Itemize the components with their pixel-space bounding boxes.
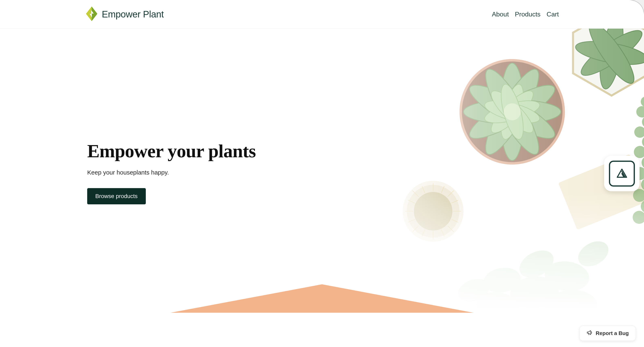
svg-point-18 [574,37,644,69]
svg-point-43 [642,136,644,148]
svg-line-32 [422,229,425,236]
svg-point-47 [641,178,644,191]
brand[interactable]: Empower Plant [85,6,164,22]
succulent-corner-icon [563,29,644,102]
svg-point-42 [634,126,644,138]
cactus-icon [401,179,466,244]
svg-point-58 [574,236,613,271]
svg-point-17 [576,29,644,82]
svg-line-37 [408,200,415,203]
svg-point-57 [544,288,598,313]
hero-subtitle: Keep your houseplants happy. [87,169,256,176]
svg-point-22 [414,192,452,230]
svg-point-54 [509,274,560,311]
svg-point-7 [477,64,547,160]
nav-link-about[interactable]: About [492,11,509,18]
hero-title: Empower your plants [87,140,256,162]
svg-point-1 [462,62,562,162]
svg-point-20 [403,181,464,242]
svg-line-34 [451,200,458,203]
svg-line-28 [448,226,454,232]
svg-point-52 [482,265,522,295]
hero-content: Empower your plants Keep your houseplant… [87,140,256,204]
svg-point-12 [486,86,538,138]
svg-point-21 [407,185,460,238]
svg-line-27 [412,191,418,197]
sentry-widget-inner [609,161,635,186]
svg-point-41 [642,116,644,128]
svg-point-4 [464,77,560,147]
nav-link-products[interactable]: Products [515,11,540,18]
svg-point-44 [634,146,644,158]
succulent-large-icon [449,49,575,175]
svg-point-6 [464,77,560,147]
primary-nav: About Products Cart [492,11,559,18]
svg-line-33 [408,219,415,222]
brand-logo-icon [85,6,98,22]
site-header: Empower Plant About Products Cart [0,0,644,29]
nav-link-cart[interactable]: Cart [547,11,559,18]
svg-point-48 [633,189,644,202]
svg-point-16 [596,29,627,91]
browse-products-button[interactable]: Browse products [87,188,146,204]
svg-point-19 [582,29,640,89]
svg-line-38 [451,219,458,222]
brand-name: Empower Plant [102,9,164,20]
svg-point-49 [641,200,644,213]
sentry-icon [616,168,628,179]
svg-line-29 [448,191,454,197]
svg-point-3 [477,64,547,160]
svg-point-56 [543,258,591,294]
svg-point-2 [500,63,524,161]
svg-point-14 [504,103,521,120]
svg-point-45 [642,156,644,169]
svg-line-30 [412,226,418,232]
svg-point-8 [496,82,528,141]
svg-line-35 [422,186,425,193]
svg-point-50 [633,211,644,224]
svg-marker-15 [573,29,644,96]
sentry-widget-button[interactable] [604,156,640,191]
svg-line-36 [441,229,444,236]
svg-point-9 [486,86,538,138]
svg-point-11 [482,96,542,127]
triangle-divider-decoration [160,284,484,313]
hero-plants-decoration [360,29,644,313]
svg-point-40 [636,106,644,118]
hero-section: Empower your plants Keep your houseplant… [0,29,644,313]
svg-point-39 [641,96,644,107]
svg-point-10 [482,96,542,127]
svg-point-13 [496,82,528,141]
svg-point-5 [464,100,561,124]
svg-point-55 [515,245,558,283]
svg-line-31 [441,186,444,193]
svg-point-0 [460,59,565,165]
